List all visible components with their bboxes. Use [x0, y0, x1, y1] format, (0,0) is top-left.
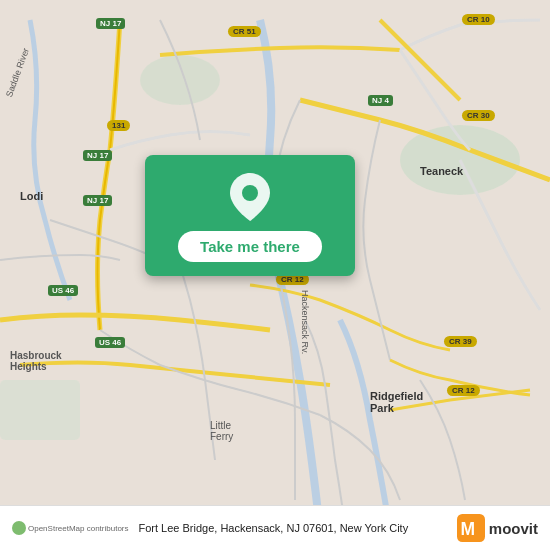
shield-us46-left: US 46: [48, 285, 78, 296]
shield-131: 131: [107, 120, 130, 131]
map-container: Teaneck Lodi HasbrouckHeights LittleFerr…: [0, 0, 550, 550]
bottom-bar-left: OpenStreetMap contributors Fort Lee Brid…: [12, 521, 457, 535]
location-pin-icon: [230, 173, 270, 221]
moovit-text: moovit: [489, 520, 538, 537]
osm-attribution: OpenStreetMap contributors: [12, 521, 129, 535]
moovit-icon: M: [457, 514, 485, 542]
osm-icon: [12, 521, 26, 535]
shield-nj17-mid: NJ 17: [83, 150, 112, 161]
shield-us46-right: US 46: [95, 337, 125, 348]
osm-text: OpenStreetMap contributors: [28, 524, 129, 533]
shield-cr30: CR 30: [462, 110, 495, 121]
shield-nj17-lower: NJ 17: [83, 195, 112, 206]
svg-rect-3: [0, 380, 80, 440]
svg-point-4: [242, 185, 258, 201]
svg-text:M: M: [460, 519, 475, 539]
shield-cr10: CR 10: [462, 14, 495, 25]
shield-cr51: CR 51: [228, 26, 261, 37]
shield-nj17-top: NJ 17: [96, 18, 125, 29]
svg-point-2: [140, 55, 220, 105]
shield-cr39: CR 39: [444, 336, 477, 347]
moovit-logo: M moovit: [457, 514, 538, 542]
address-text: Fort Lee Bridge, Hackensack, NJ 07601, N…: [139, 522, 409, 534]
shield-cr12-right: CR 12: [447, 385, 480, 396]
bottom-bar: OpenStreetMap contributors Fort Lee Brid…: [0, 505, 550, 550]
take-me-there-button[interactable]: Take me there: [178, 231, 322, 262]
shield-nj4: NJ 4: [368, 95, 393, 106]
location-card: Take me there: [145, 155, 355, 276]
